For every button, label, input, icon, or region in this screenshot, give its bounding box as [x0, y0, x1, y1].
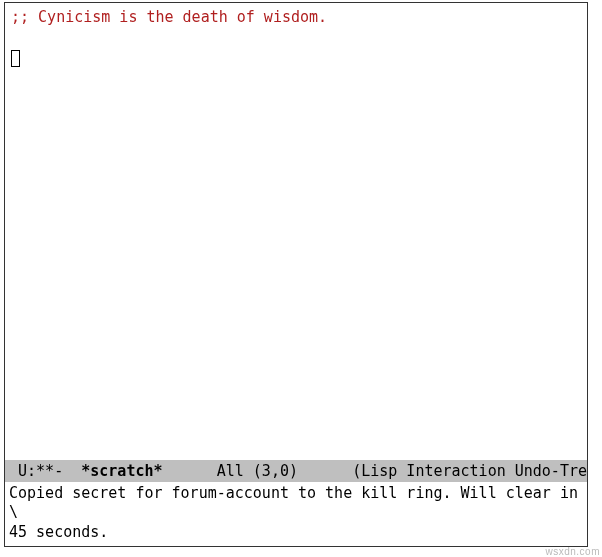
emacs-frame: ;; Cynicism is the death of wisdom. U:**…	[4, 2, 588, 547]
mode-line[interactable]: U:**- *scratch* All (3,0) (Lisp Interact…	[5, 460, 587, 482]
minibuffer-message: Copied secret for forum-account to the k…	[9, 484, 587, 541]
minibuffer[interactable]: Copied secret for forum-account to the k…	[5, 482, 587, 547]
buffer-area[interactable]: ;; Cynicism is the death of wisdom.	[5, 3, 587, 460]
mode-line-position: All (3,0)	[163, 462, 353, 480]
text-cursor	[11, 50, 20, 67]
mode-line-buffer-name: *scratch*	[81, 462, 162, 480]
watermark-text: wsxdn.com	[545, 546, 600, 557]
mode-line-modes: (Lisp Interaction Undo-Tree	[352, 462, 587, 480]
comment-line: ;; Cynicism is the death of wisdom.	[11, 8, 327, 26]
mode-line-status: U:**-	[9, 462, 81, 480]
